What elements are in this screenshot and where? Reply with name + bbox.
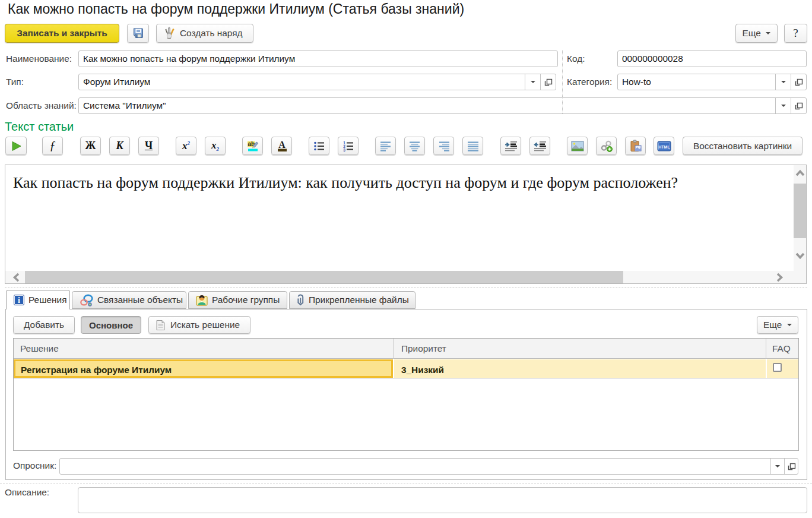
svg-text:A: A [278, 140, 286, 150]
svg-text:i: i [18, 296, 20, 305]
svg-text:HTML: HTML [658, 144, 670, 149]
svg-text:3: 3 [343, 148, 345, 151]
